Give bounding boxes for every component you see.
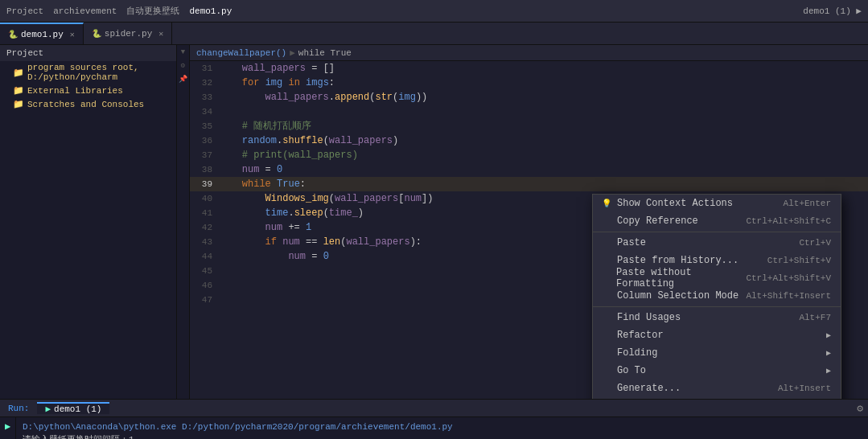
menu-shortcut-paste-no-format: Ctrl+Alt+Shift+V [746, 273, 831, 283]
menu-label-folding: Folding [617, 347, 657, 359]
line-content-41: time.sleep(time_) [219, 206, 364, 220]
menu-label-refactor: Refactor [617, 330, 664, 341]
menu-find-usages[interactable]: Find Usages Alt+F7 [593, 309, 841, 326]
refactor-arrow: ▶ [826, 330, 831, 340]
menu-folding[interactable]: Folding ▶ [593, 344, 841, 362]
breadcrumb: changeWallpaper() ▶ while True [190, 45, 868, 61]
menu-column-selection[interactable]: Column Selection Mode Alt+Shift+Insert [593, 287, 841, 305]
menu-shortcut-generate: Alt+Insert [778, 384, 831, 393]
line-num-38: 38 [190, 162, 219, 177]
run-label: Run: [8, 404, 29, 413]
title-wallpaper[interactable]: 自动更换壁纸 [126, 5, 179, 17]
menu-refactor[interactable]: Refactor ▶ [593, 326, 841, 344]
menu-copy-reference[interactable]: Copy Reference Ctrl+Alt+Shift+C [593, 212, 841, 230]
sidebar-external-label: External Libraries [27, 86, 123, 96]
bottom-tab-demo1[interactable]: ▶ demo1 (1) [37, 402, 109, 414]
lightbulb-icon: 💡 [601, 199, 612, 208]
menu-generate[interactable]: Generate... Alt+Insert [593, 380, 841, 397]
line-num-43: 43 [190, 235, 219, 249]
line-num-31: 31 [190, 61, 219, 76]
line-content-33: wall_papers.append(str(img)) [219, 90, 427, 105]
menu-shortcut-copy-ref: Ctrl+Alt+Shift+C [746, 216, 831, 226]
line-num-40: 40 [190, 191, 219, 206]
menu-shortcut-show-context: Alt+Enter [784, 199, 831, 208]
tab-spider-label: spider.py [105, 29, 152, 39]
settings-icon-bottom[interactable]: ⚙ [857, 402, 863, 415]
line-num-37: 37 [190, 148, 219, 162]
line-content-37: # print(wall_papers) [219, 148, 358, 162]
tab-demo1-label: demo1.py [21, 30, 64, 39]
line-content-39: while True: [219, 177, 306, 191]
left-icon-1[interactable]: ▼ [181, 48, 185, 56]
title-bar: Project archievement 自动更换壁纸 demo1.py dem… [0, 0, 868, 23]
menu-label-paste-no-format: Paste without Formatting [616, 267, 746, 289]
goto-arrow: ▶ [826, 366, 831, 375]
menu-label-copy-ref: Copy Reference [617, 215, 698, 227]
line-content-32: for img in imgs: [219, 76, 335, 90]
folder-icon-program: 📁 [13, 68, 24, 78]
menu-sep-1 [593, 232, 841, 232]
line-content-42: num += 1 [219, 220, 311, 235]
left-icons-bar: ▼ ⚙ 📌 [177, 45, 190, 399]
line-num-32: 32 [190, 76, 219, 90]
line-content-38: num = 0 [219, 162, 282, 177]
menu-paste-no-format[interactable]: Paste without Formatting Ctrl+Alt+Shift+… [593, 269, 841, 287]
title-archievement[interactable]: archievement [53, 6, 117, 16]
folding-arrow: ▶ [826, 348, 831, 358]
menu-label-goto: Go To [617, 365, 646, 376]
tab-spider[interactable]: 🐍 spider.py ✕ [84, 23, 172, 44]
console-line-path: D:\python\Anaconda\python.exe D:/python/… [23, 421, 862, 433]
sidebar-item-program[interactable]: 📁 program sources root, D:/python/pychar… [0, 61, 176, 84]
code-line-36: 36 random.shuffle(wall_papers) [190, 133, 868, 148]
console-output: D:\python\Anaconda\python.exe D:/python/… [16, 417, 868, 439]
title-project[interactable]: Project [6, 6, 43, 16]
breadcrumb-while: while True [298, 48, 352, 58]
menu-shortcut-paste-history: Ctrl+Shift+V [767, 256, 831, 265]
python-icon-demo1: 🐍 [8, 30, 18, 39]
tab-close-demo1[interactable]: ✕ [70, 30, 75, 39]
menu-show-context-actions[interactable]: 💡 Show Context Actions Alt+Enter [593, 195, 841, 212]
menu-label-column-sel: Column Selection Mode [617, 290, 738, 302]
tab-demo1[interactable]: 🐍 demo1.py ✕ [0, 23, 84, 44]
bottom-tab-run-label[interactable]: Run: [0, 404, 37, 413]
line-num-36: 36 [190, 133, 219, 148]
line-num-42: 42 [190, 220, 219, 235]
breadcrumb-arrow: ▶ [290, 47, 295, 58]
sidebar-title: Project [6, 48, 43, 58]
title-run-badge: demo1 (1) ▶ [803, 6, 862, 16]
menu-shortcut-paste: Ctrl+V [799, 238, 831, 248]
line-num-35: 35 [190, 119, 219, 133]
main-layout: Project 📁 program sources root, D:/pytho… [0, 45, 868, 399]
sidebar-item-scratches[interactable]: 📁 Scratches and Consoles [0, 97, 176, 111]
tab-close-spider[interactable]: ✕ [158, 29, 163, 39]
line-content-36: random.shuffle(wall_papers) [219, 133, 398, 148]
menu-label-generate: Generate... [617, 383, 681, 394]
line-content-35: # 随机打乱顺序 [219, 119, 311, 133]
run-play-icon[interactable]: ▶ [5, 421, 10, 433]
menu-label-paste-history: Paste from History... [617, 255, 738, 266]
title-demo[interactable]: demo1.py [189, 6, 232, 16]
sidebar-scratches-label: Scratches and Consoles [27, 100, 144, 109]
menu-goto[interactable]: Go To ▶ [593, 362, 841, 380]
bottom-panel-inner: ▶ ■ ↺ ↓ ≡ D:\python\Anaconda\python.exe … [0, 417, 868, 439]
console-line-1: 请输入壁纸更换时间间隔：1 [23, 433, 862, 439]
code-line-37: 37 # print(wall_papers) [190, 148, 868, 162]
menu-shortcut-column-sel: Alt+Shift+Insert [746, 291, 831, 301]
tabs-bar: 🐍 demo1.py ✕ 🐍 spider.py ✕ [0, 23, 868, 45]
left-icon-3[interactable]: 📌 [179, 75, 187, 84]
menu-paste[interactable]: Paste Ctrl+V [593, 234, 841, 252]
code-line-32: 32 for img in imgs: [190, 76, 868, 90]
line-content-31: wall_papers = [] [219, 61, 335, 76]
bottom-tabs: Run: ▶ demo1 (1) ⚙ [0, 400, 868, 417]
bottom-tab-demo1-label: demo1 (1) [54, 404, 101, 414]
python-icon-spider: 🐍 [92, 29, 101, 39]
menu-label-paste: Paste [617, 237, 646, 248]
code-editor[interactable]: changeWallpaper() ▶ while True 31 wall_p… [190, 45, 868, 399]
line-num-39: 39 [190, 177, 219, 191]
breadcrumb-func: changeWallpaper() [196, 48, 286, 58]
sidebar-item-external[interactable]: 📁 External Libraries [0, 84, 176, 97]
line-num-34: 34 [190, 105, 219, 119]
folder-icon-external: 📁 [13, 85, 24, 96]
left-icon-2[interactable]: ⚙ [181, 61, 185, 70]
bottom-left-icons: ▶ ■ ↺ ↓ ≡ [0, 417, 16, 439]
